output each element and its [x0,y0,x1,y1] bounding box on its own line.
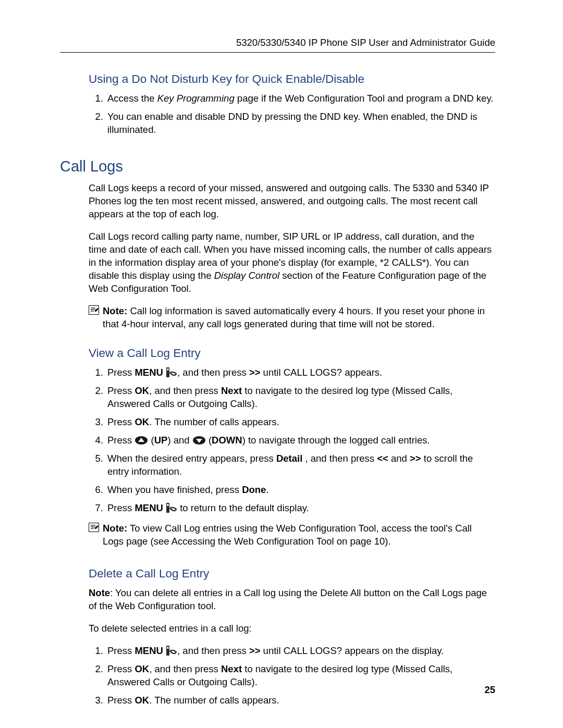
note: Note: Call log information is saved auto… [89,305,495,331]
bold: MENU [134,367,163,378]
section-dnd-key: Using a Do Not Disturb Key for Quick Ena… [89,71,495,137]
text: , and then press [149,663,221,674]
paragraph: Call Logs keeps a record of your missed,… [89,182,495,221]
bold: Done [242,484,266,495]
text: page if the Web Configuration Tool and p… [235,93,494,104]
heading-view-entry: View a Call Log Entry [89,346,495,361]
bold: OK [134,416,149,427]
bold: DOWN [212,435,242,446]
delete-steps: Press MENU , and then press >> until CAL… [89,645,495,707]
note-icon [89,523,99,532]
down-arrow-icon [192,435,206,446]
heading-delete-entry: Delete a Call Log Entry [89,566,495,582]
text: , and then press [302,453,377,464]
bold: OK [134,385,149,396]
phone-menu-icon [166,502,177,513]
text: , and then press [149,385,221,396]
text: . [266,484,268,495]
list-item: Press OK. The number of calls appears. [106,694,495,707]
text: until CALL LOGS? appears. [260,367,382,378]
text: : You can delete all entries in a Call l… [89,587,487,611]
bold: Detail [276,453,302,464]
list-item: Press OK. The number of calls appears. [106,416,495,429]
list-item: You can enable and disable DND by pressi… [106,110,495,137]
heading-call-logs: Call Logs [60,156,495,177]
section-delete-entry: Delete a Call Log Entry Note: You can de… [89,566,495,707]
bold: Note [89,587,110,598]
note-text: To view Call Log entries using the Web C… [103,523,472,547]
list-item: Press (UP) and (DOWN) to navigate throug… [106,434,495,447]
text: ( [206,435,212,446]
bold: >> [249,645,261,656]
text: Press [107,695,134,706]
document-page: 5320/5330/5340 IP Phone SIP User and Adm… [0,0,563,707]
bold: OK [134,695,149,706]
dnd-steps: Access the Key Programming page if the W… [89,92,495,137]
list-item: When the desired entry appears, press De… [106,452,495,478]
bold: MENU [134,502,163,513]
text: Press [107,645,134,656]
text: When you have finished, press [107,484,242,495]
up-arrow-icon [134,435,148,446]
text: . The number of calls appears. [149,695,279,706]
list-item: When you have finished, press Done. [106,484,495,497]
bold: << [377,453,388,464]
italic-text: Display Control [214,270,279,281]
text: Press [107,502,134,513]
bold: UP [154,435,168,446]
list-item: Press MENU , and then press >> until CAL… [106,366,495,379]
text: Access the [107,93,157,104]
list-item: Press OK, and then press Next to navigat… [106,663,495,689]
call-logs-body: Call Logs keeps a record of your missed,… [89,182,495,331]
list-item: Press OK, and then press Next to navigat… [106,385,495,411]
note: Note: To view Call Log entries using the… [89,522,495,548]
note-icon [89,305,99,315]
note-label: Note: [103,523,127,534]
italic-text: Key Programming [157,93,235,104]
list-item: Access the Key Programming page if the W… [106,92,495,105]
bold: >> [249,367,261,378]
page-number: 25 [484,684,495,697]
text: ) to navigate through the logged call en… [242,435,430,446]
text: ) and [167,435,192,446]
bold: Next [221,385,242,396]
view-steps: Press MENU , and then press >> until CAL… [89,366,495,515]
phone-menu-icon [166,367,177,378]
text: to return to the default display. [177,502,309,513]
list-item: Press MENU , and then press >> until CAL… [106,645,495,658]
paragraph: Call Logs record calling party name, num… [89,230,495,295]
text: until CALL LOGS? appears on the display. [260,645,444,656]
heading-dnd: Using a Do Not Disturb Key for Quick Ena… [89,71,495,87]
paragraph: Note: You can delete all entries in a Ca… [89,587,495,613]
section-view-entry: View a Call Log Entry Press MENU , and t… [89,346,495,548]
text: , and then press [177,645,249,656]
text: Press [107,385,134,396]
note-label: Note: [103,305,127,316]
text: ( [148,435,154,446]
note-text: Call log information is saved automatica… [103,305,485,329]
bold: MENU [134,645,163,656]
text: , and then press [177,367,249,378]
text: and [388,453,410,464]
list-item: Press MENU to return to the default disp… [106,502,495,515]
text: Press [107,367,134,378]
phone-menu-icon [166,645,177,656]
bold: Next [221,663,242,674]
text: When the desired entry appears, press [107,453,276,464]
running-header: 5320/5330/5340 IP Phone SIP User and Adm… [60,36,495,53]
bold: >> [410,453,421,464]
text: . The number of calls appears. [149,416,279,427]
text: Press [107,416,134,427]
paragraph: To delete selected entries in a call log… [89,622,495,635]
text: Press [107,663,134,674]
bold: OK [134,663,149,674]
text: Press [107,435,134,446]
